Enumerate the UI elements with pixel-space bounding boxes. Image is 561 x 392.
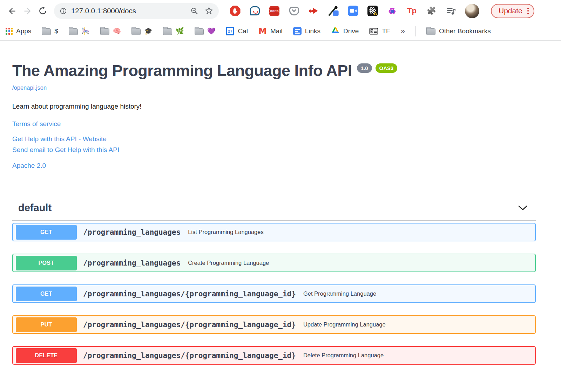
method-badge: GET — [16, 287, 77, 301]
profile-avatar[interactable] — [465, 4, 479, 18]
license-link[interactable]: Apache 2.0 — [12, 162, 536, 170]
bookmark-mail[interactable]: M Mail — [258, 26, 283, 36]
bookmark-folder[interactable]: 🌿 — [163, 27, 184, 35]
endpoint-row[interactable]: PUT /programming_languages/{programming_… — [12, 315, 536, 334]
swagger-page: The Amazing Programming Language Info AP… — [0, 41, 561, 365]
folder-icon — [426, 28, 435, 35]
openapi-spec-link[interactable]: /openapi.json — [12, 84, 47, 91]
url-bar[interactable]: 127.0.0.1:8000/docs — [54, 3, 219, 19]
red-arrow-icon — [309, 6, 319, 16]
adblock-extension[interactable]: ✋ — [229, 5, 241, 17]
api-description: Learn about programming language history… — [12, 103, 536, 110]
endpoint-path[interactable]: /programming_languages/{programming_lang… — [83, 290, 296, 298]
extensions-row: ✋ CORS ♻ Tp 🧩 Update — [229, 4, 534, 18]
calendar-icon: 27 — [226, 27, 234, 35]
version-badge: 1.0 — [357, 63, 372, 73]
bookmark-folder[interactable]: 🎠 — [69, 27, 90, 35]
tp-icon: Tp — [407, 6, 417, 15]
chat-extension[interactable] — [249, 5, 261, 17]
bookmark-drive[interactable]: Drive — [331, 27, 359, 35]
color-picker-extension[interactable] — [327, 5, 339, 17]
bookmark-cal[interactable]: 27 Cal — [226, 27, 248, 35]
help-email-link[interactable]: Send email to Get Help with this API — [12, 146, 536, 154]
bookmarks-divider — [415, 26, 416, 36]
terms-of-service-link[interactable]: Terms of service — [12, 120, 536, 128]
playlist-extension[interactable] — [445, 5, 457, 17]
forward-button[interactable] — [20, 3, 35, 19]
method-badge: DELETE — [16, 348, 77, 363]
method-badge: POST — [16, 256, 77, 270]
tag-section-default[interactable]: default — [12, 202, 536, 221]
endpoint-path[interactable]: /programming_languages — [83, 259, 181, 267]
react-devtools-extension[interactable] — [367, 5, 378, 17]
reload-icon — [38, 6, 47, 15]
forward-icon — [23, 6, 32, 16]
star-icon — [205, 7, 213, 15]
endpoint-path[interactable]: /programming_languages/{programming_lang… — [83, 321, 296, 329]
back-button[interactable] — [4, 3, 20, 19]
other-bookmarks-button[interactable]: Other Bookmarks — [426, 27, 491, 35]
update-label: Update — [499, 7, 522, 15]
reload-button[interactable] — [35, 3, 50, 19]
bookmark-folder[interactable]: 🎓 — [131, 27, 153, 35]
zoom-out-button[interactable] — [190, 7, 198, 15]
video-camera-icon — [348, 6, 358, 16]
bookmark-folder-label: $ — [54, 27, 58, 35]
pocket-extension[interactable] — [288, 5, 300, 17]
folder-icon — [131, 28, 141, 35]
endpoint-summary: Create Programming Language — [188, 260, 269, 266]
endpoint-list: GET /programming_languages List Programm… — [12, 223, 536, 365]
endpoint-path[interactable]: /programming_languages — [83, 228, 181, 236]
cors-extension[interactable]: CORS — [269, 5, 280, 17]
zoom-out-icon — [190, 7, 198, 15]
folder-icon — [100, 28, 109, 35]
endpoint-row[interactable]: DELETE /programming_languages/{programmi… — [12, 346, 536, 365]
gmail-icon: M — [258, 26, 267, 36]
bookmark-links[interactable]: Links — [293, 27, 320, 35]
pocket-icon — [289, 7, 299, 15]
url-text[interactable]: 127.0.0.1:8000/docs — [71, 7, 184, 15]
bookmark-folder-label: 🎓 — [144, 27, 153, 35]
cors-icon: CORS — [269, 6, 279, 16]
tf-card-icon — [369, 27, 378, 35]
endpoint-row[interactable]: GET /programming_languages/{programming_… — [12, 284, 536, 303]
react-atom-icon — [367, 6, 378, 16]
tp-extension[interactable]: Tp — [406, 5, 418, 17]
bookmark-folder[interactable]: $ — [42, 27, 58, 35]
endpoint-row[interactable]: POST /programming_languages Create Progr… — [12, 254, 536, 272]
folder-icon — [69, 28, 78, 35]
links-icon — [293, 27, 302, 35]
bookmark-folder-label: 💜 — [207, 27, 216, 35]
share-extension[interactable] — [308, 5, 319, 17]
help-website-link[interactable]: Get Help with this API - Website — [12, 135, 536, 143]
bookmark-folder-label: 🧠 — [113, 27, 121, 35]
eyedropper-icon — [328, 5, 339, 16]
drive-icon — [331, 27, 340, 35]
adblock-icon: ✋ — [230, 6, 241, 16]
chrome-menu-icon[interactable] — [527, 8, 529, 14]
music-queue-icon — [446, 6, 456, 16]
method-badge: PUT — [16, 317, 77, 332]
chrome-update-button[interactable]: Update — [491, 4, 534, 18]
extensions-menu-button[interactable]: 🧩 — [426, 5, 437, 17]
bookmark-folder[interactable]: 🧠 — [100, 27, 121, 35]
zoom-extension[interactable] — [347, 5, 359, 17]
folder-icon — [163, 28, 172, 35]
back-icon — [7, 6, 17, 16]
endpoint-row[interactable]: GET /programming_languages List Programm… — [12, 223, 536, 241]
chat-bubble-icon — [250, 6, 260, 15]
endpoint-path[interactable]: /programming_languages/{programming_lang… — [83, 351, 296, 360]
bookmark-tf[interactable]: TF — [369, 27, 390, 35]
bookmarks-overflow-button[interactable]: » — [401, 27, 405, 36]
bookmark-apps[interactable]: Apps — [6, 27, 31, 35]
bookmark-star-button[interactable] — [205, 7, 213, 15]
apps-grid-icon — [6, 28, 13, 35]
bookmark-folder[interactable]: 💜 — [195, 27, 216, 35]
recycle-extension[interactable]: ♻ — [386, 5, 398, 17]
chevron-down-icon[interactable] — [518, 205, 528, 211]
endpoint-summary: List Programming Languages — [188, 229, 264, 235]
endpoint-summary: Get Programming Language — [303, 290, 376, 297]
bookmarks-bar: Apps $ 🎠 🧠 🎓 🌿 💜 27 Cal M Mail Links D — [0, 22, 561, 40]
method-badge: GET — [16, 225, 77, 240]
site-info-icon[interactable] — [60, 7, 67, 15]
